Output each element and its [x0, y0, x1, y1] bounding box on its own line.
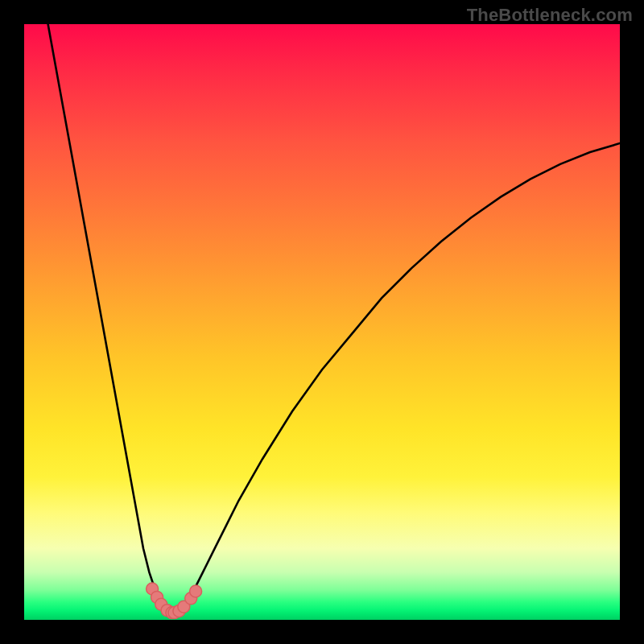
left-curve: [48, 24, 185, 614]
right-curve: [185, 143, 620, 605]
chart-frame: TheBottleneck.com: [0, 0, 644, 644]
marker-dot: [190, 585, 202, 597]
bottom-markers: [147, 583, 202, 619]
plot-area: [24, 24, 620, 620]
curves-svg: [24, 24, 620, 620]
watermark-text: TheBottleneck.com: [467, 5, 633, 26]
